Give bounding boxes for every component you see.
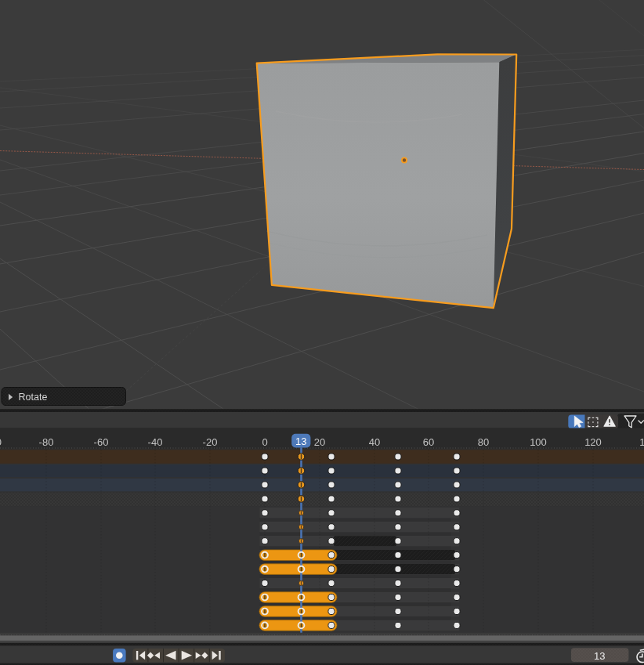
svg-text:-60: -60 xyxy=(94,436,109,448)
svg-text:0: 0 xyxy=(262,436,267,448)
svg-text:13: 13 xyxy=(594,650,605,662)
svg-text:Rotate: Rotate xyxy=(19,392,48,403)
svg-text:13: 13 xyxy=(295,436,306,447)
svg-text:80: 80 xyxy=(478,436,489,448)
svg-text:-100: -100 xyxy=(0,436,2,448)
svg-text:20: 20 xyxy=(314,436,325,448)
svg-text:40: 40 xyxy=(369,436,380,448)
svg-text:-80: -80 xyxy=(39,436,54,448)
svg-text:140: 140 xyxy=(639,436,644,448)
svg-text:-40: -40 xyxy=(148,436,163,448)
svg-text:100: 100 xyxy=(530,436,547,448)
svg-text:120: 120 xyxy=(584,436,602,448)
svg-text:-20: -20 xyxy=(203,436,218,448)
svg-text:60: 60 xyxy=(423,436,434,448)
